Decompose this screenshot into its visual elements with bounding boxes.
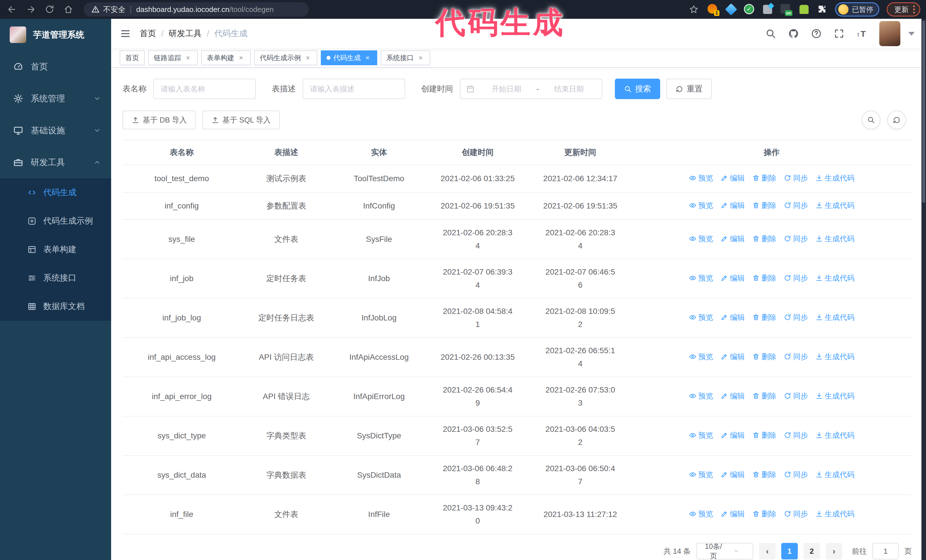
sidebar-item-0[interactable]: 首页 <box>0 51 111 83</box>
sidebar-subitem-0[interactable]: 代码生成 <box>0 178 111 207</box>
chevron-down-icon[interactable] <box>908 32 915 36</box>
prev-page-button[interactable]: ‹ <box>759 543 776 559</box>
sidebar-item-3[interactable]: 研发工具 <box>0 146 111 178</box>
browser-back-button[interactable] <box>6 3 18 16</box>
page-scrollbar[interactable] <box>921 19 926 560</box>
preview-link[interactable]: 预览 <box>689 172 713 184</box>
sync-link[interactable]: 同步 <box>784 468 808 481</box>
delete-link[interactable]: 删除 <box>752 232 776 245</box>
tab-0[interactable]: 首页 <box>120 50 145 65</box>
preview-link[interactable]: 预览 <box>689 507 713 521</box>
close-icon[interactable]: × <box>237 54 245 62</box>
close-icon[interactable]: × <box>416 54 425 62</box>
edit-link[interactable]: 编辑 <box>720 311 745 324</box>
tab-3[interactable]: 代码生成示例× <box>254 50 318 65</box>
search-button[interactable]: 搜索 <box>615 78 660 99</box>
generate-code-link[interactable]: 生成代码 <box>816 199 855 212</box>
generate-code-link[interactable]: 生成代码 <box>816 468 855 481</box>
delete-link[interactable]: 删除 <box>752 272 776 285</box>
close-icon[interactable]: × <box>304 54 312 62</box>
edit-link[interactable]: 编辑 <box>720 429 745 442</box>
edit-link[interactable]: 编辑 <box>720 272 745 285</box>
edit-link[interactable]: 编辑 <box>720 507 745 521</box>
preview-link[interactable]: 预览 <box>689 272 713 285</box>
delete-link[interactable]: 删除 <box>752 429 776 442</box>
fullscreen-icon[interactable] <box>834 28 844 39</box>
extension-dark[interactable]: on <box>781 4 791 15</box>
generate-code-link[interactable]: 生成代码 <box>816 350 855 363</box>
tab-5[interactable]: 系统接口× <box>381 50 430 65</box>
delete-link[interactable]: 删除 <box>752 172 776 184</box>
reset-button[interactable]: 重置 <box>666 78 712 99</box>
sidebar-subitem-2[interactable]: 表单构建 <box>0 235 111 264</box>
edit-link[interactable]: 编辑 <box>720 232 745 245</box>
preview-link[interactable]: 预览 <box>689 350 713 363</box>
sidebar-subitem-3[interactable]: 系统接口 <box>0 264 111 292</box>
goto-page-input[interactable] <box>872 543 899 559</box>
import-sql-button[interactable]: 基于 SQL 导入 <box>202 110 280 129</box>
preview-link[interactable]: 预览 <box>689 429 713 442</box>
sync-link[interactable]: 同步 <box>784 272 808 285</box>
hamburger-icon[interactable] <box>120 28 131 39</box>
page-size-select[interactable]: 10条/页 <box>696 543 754 559</box>
preview-link[interactable]: 预览 <box>689 311 713 324</box>
bookmark-star-button[interactable] <box>687 3 700 16</box>
sync-link[interactable]: 同步 <box>784 199 808 212</box>
edit-link[interactable]: 编辑 <box>720 199 745 212</box>
table-name-input[interactable] <box>153 78 256 99</box>
sync-link[interactable]: 同步 <box>784 507 808 521</box>
extension-orange[interactable]: 1 <box>707 4 718 15</box>
edit-link[interactable]: 编辑 <box>720 350 745 363</box>
edit-link[interactable]: 编辑 <box>720 389 745 403</box>
delete-link[interactable]: 删除 <box>752 311 776 324</box>
sidebar-subitem-1[interactable]: 代码生成示例 <box>0 207 111 235</box>
sync-link[interactable]: 同步 <box>784 350 808 363</box>
font-size-icon[interactable]: tT <box>856 28 867 39</box>
sync-link[interactable]: 同步 <box>784 429 808 442</box>
address-bar[interactable]: 不安全 dashboard.yudao.iocoder.cn/tool/code… <box>84 2 309 17</box>
generate-code-link[interactable]: 生成代码 <box>816 389 855 403</box>
tab-1[interactable]: 链路追踪× <box>148 50 198 65</box>
tab-4[interactable]: 代码生成× <box>321 50 377 65</box>
preview-link[interactable]: 预览 <box>689 468 713 481</box>
edit-link[interactable]: 编辑 <box>720 172 745 184</box>
generate-code-link[interactable]: 生成代码 <box>816 172 855 184</box>
extension-grid[interactable] <box>762 4 773 15</box>
breadcrumb-home[interactable]: 首页 <box>139 28 156 39</box>
sidebar-item-1[interactable]: 系统管理 <box>0 83 111 115</box>
generate-code-link[interactable]: 生成代码 <box>816 311 855 324</box>
delete-link[interactable]: 删除 <box>752 507 776 521</box>
scrollbar-thumb[interactable] <box>922 21 925 203</box>
delete-link[interactable]: 删除 <box>752 468 776 481</box>
delete-link[interactable]: 删除 <box>752 389 776 403</box>
browser-forward-button[interactable] <box>24 3 37 16</box>
extension-robot[interactable] <box>799 4 809 15</box>
preview-link[interactable]: 预览 <box>689 389 713 403</box>
sidebar-subitem-4[interactable]: 数据库文档 <box>0 292 111 321</box>
create-time-range-picker[interactable]: 开始日期 - 结束日期 <box>460 78 602 99</box>
extensions-menu-button[interactable] <box>817 4 828 15</box>
browser-home-button[interactable] <box>62 3 75 16</box>
close-icon[interactable]: × <box>184 54 192 62</box>
table-desc-input[interactable] <box>303 78 405 99</box>
page-button-1[interactable]: 1 <box>781 543 798 559</box>
help-icon[interactable] <box>811 28 822 39</box>
generate-code-link[interactable]: 生成代码 <box>816 507 855 521</box>
generate-code-link[interactable]: 生成代码 <box>816 272 855 285</box>
sync-link[interactable]: 同步 <box>784 311 808 324</box>
preview-link[interactable]: 预览 <box>689 199 713 212</box>
tab-2[interactable]: 表单构建× <box>201 50 251 65</box>
import-db-button[interactable]: 基于 DB 导入 <box>123 110 196 129</box>
avatar[interactable] <box>879 21 900 46</box>
breadcrumb-dev-tools[interactable]: 研发工具 <box>169 28 202 39</box>
delete-link[interactable]: 删除 <box>752 350 776 363</box>
extension-check[interactable]: ✓ <box>744 4 755 15</box>
refresh-table-button[interactable] <box>887 110 906 129</box>
sync-link[interactable]: 同步 <box>784 172 808 184</box>
sync-link[interactable]: 同步 <box>784 389 808 403</box>
sidebar-item-2[interactable]: 基础设施 <box>0 115 111 146</box>
edit-link[interactable]: 编辑 <box>720 468 745 481</box>
generate-code-link[interactable]: 生成代码 <box>816 429 855 442</box>
preview-link[interactable]: 预览 <box>689 232 713 245</box>
generate-code-link[interactable]: 生成代码 <box>816 232 855 245</box>
